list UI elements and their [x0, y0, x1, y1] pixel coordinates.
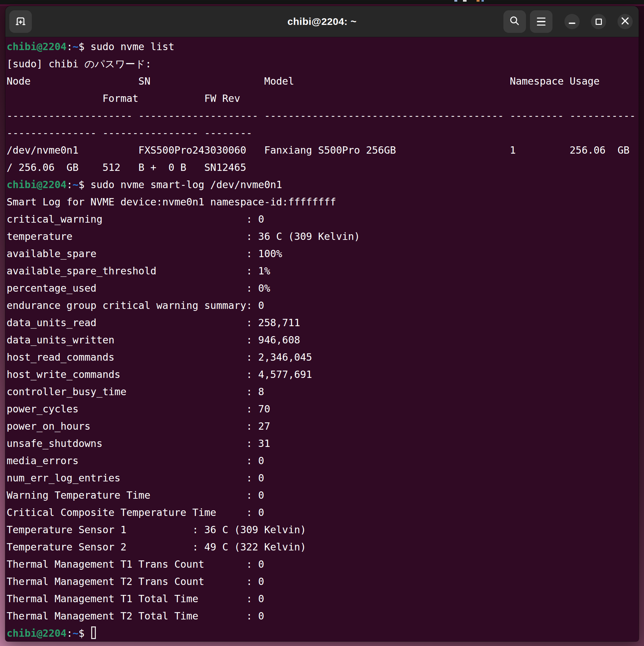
- terminal-line: critical_warning : 0: [7, 211, 639, 228]
- close-icon: [621, 16, 630, 27]
- terminal-line: Thermal Management T2 Trans Count : 0: [7, 573, 639, 590]
- terminal-line: chibi@2204:~$: [7, 625, 639, 641]
- terminal-line: controller_busy_time : 8: [7, 383, 639, 401]
- maximize-icon: [596, 19, 602, 25]
- headerbar: chibi@2204: ~: [5, 6, 639, 37]
- terminal-line: Warning Temperature Time : 0: [7, 487, 639, 504]
- terminal-line: power_cycles : 70: [7, 401, 639, 418]
- terminal-line: Format FW Rev: [7, 90, 639, 107]
- terminal-window: chibi@2204: ~: [5, 6, 639, 641]
- desktop-background: { "window": { "title": "chibi@2204: ~" }…: [0, 0, 644, 646]
- terminal-line: Smart Log for NVME device:nvme0n1 namesp…: [7, 194, 639, 211]
- menu-button[interactable]: [530, 10, 552, 33]
- terminal-line: chibi@2204:~$ sudo nvme smart-log /dev/n…: [7, 176, 639, 194]
- terminal-line: unsafe_shutdowns : 31: [7, 435, 639, 452]
- terminal-line: Critical Composite Temperature Time : 0: [7, 504, 639, 521]
- terminal-line: percentage_used : 0%: [7, 280, 639, 297]
- terminal-line: temperature : 36 C (309 Kelvin): [7, 228, 639, 245]
- glyph-fragment: [454, 0, 457, 2]
- prompt-path: ~: [73, 627, 79, 639]
- terminal-line: Thermal Management T1 Trans Count : 0: [7, 556, 639, 573]
- search-icon: [509, 15, 521, 28]
- prompt-path: ~: [73, 41, 79, 52]
- terminal-line: Node SN Model Namespace Usage: [7, 73, 639, 90]
- terminal-line: Thermal Management T1 Total Time : 0: [7, 590, 639, 608]
- prompt-user-host: chibi@2204: [7, 179, 67, 191]
- terminal-line: Temperature Sensor 1 : 36 C (309 Kelvin): [7, 521, 639, 538]
- overlapping-window-strip: [0, 0, 644, 4]
- prompt-user-host: chibi@2204: [7, 627, 67, 639]
- terminal-line: media_errors : 0: [7, 452, 639, 469]
- terminal-line: host_write_commands : 4,577,691: [7, 366, 639, 383]
- prompt-user-host: chibi@2204: [7, 41, 67, 52]
- maximize-button[interactable]: [591, 14, 606, 29]
- terminal-line: host_read_commands : 2,346,045: [7, 349, 639, 366]
- new-tab-button[interactable]: [9, 10, 32, 33]
- terminal-line: Thermal Management T2 Total Time : 0: [7, 608, 639, 625]
- glyph-fragment: [482, 0, 484, 2]
- prompt-path: ~: [73, 179, 79, 191]
- minimize-button[interactable]: [564, 14, 579, 29]
- terminal-line: --------------------- ------------------…: [7, 107, 639, 124]
- terminal-line: endurance group critical warning summary…: [7, 297, 639, 314]
- block-cursor: [91, 626, 96, 639]
- terminal-line: [sudo] chibi のパスワード:: [7, 56, 639, 73]
- terminal-line: --------------- ---------------- -------…: [7, 124, 639, 142]
- terminal-line: / 256.06 GB 512 B + 0 B SN12465: [7, 159, 639, 176]
- glyph-fragment: [463, 0, 467, 2]
- terminal-line: data_units_written : 946,608: [7, 331, 639, 349]
- terminal-line: Temperature Sensor 2 : 49 C (322 Kelvin): [7, 538, 639, 556]
- terminal-line: num_err_log_entries : 0: [7, 469, 639, 487]
- hamburger-menu-icon: [537, 18, 545, 26]
- terminal-line: available_spare_threshold : 1%: [7, 262, 639, 280]
- terminal-line: data_units_read : 258,711: [7, 314, 639, 331]
- terminal-screen[interactable]: chibi@2204:~$ sudo nvme list[sudo] chibi…: [5, 37, 639, 641]
- terminal-line: /dev/nvme0n1 FXS500Pro243030060 Fanxiang…: [7, 142, 639, 159]
- glyph-fragment: [477, 0, 480, 2]
- terminal-line: power_on_hours : 27: [7, 418, 639, 435]
- new-tab-icon: [14, 15, 27, 28]
- minimize-icon: [569, 22, 575, 24]
- terminal-line: chibi@2204:~$ sudo nvme list: [7, 38, 639, 56]
- search-button[interactable]: [503, 10, 526, 33]
- close-button[interactable]: [618, 14, 633, 29]
- terminal-line: available_spare : 100%: [7, 245, 639, 262]
